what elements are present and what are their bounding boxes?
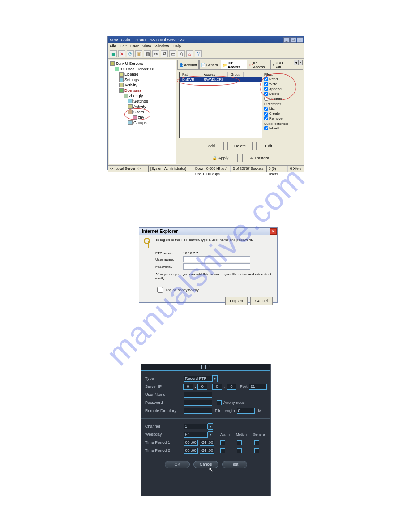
anonymous-label: Anonymous — [223, 400, 245, 405]
filelen-input[interactable]: 0 — [237, 408, 255, 414]
apply-button[interactable]: 🔒Apply — [203, 154, 238, 162]
tab-nav: ◂▸ — [294, 60, 303, 69]
password-input[interactable] — [183, 263, 250, 270]
tp1-end[interactable]: -24 :00 — [200, 440, 214, 446]
tp1-alarm-checkbox[interactable] — [220, 440, 225, 445]
tab-general-label: General — [206, 63, 218, 67]
weekday-label: Weekday — [145, 432, 182, 437]
tree-pane[interactable]: Serv-U Servers << Local Server >> Licens… — [109, 60, 176, 164]
toolbar-btn-5[interactable]: ▥ — [144, 50, 151, 57]
toolbar-btn-delete[interactable]: ✕ — [118, 50, 125, 57]
tp1-start[interactable]: 00 :00 — [184, 440, 198, 446]
dropdown-icon: ▾ — [208, 423, 213, 430]
tp2-start[interactable]: 00 :00 — [184, 448, 198, 454]
weekday-value: Fri — [184, 432, 208, 438]
close-button[interactable]: ✕ — [270, 228, 277, 235]
tp2-motion-checkbox[interactable] — [237, 448, 242, 453]
perm-inherit[interactable]: Inherit — [264, 126, 301, 131]
weekday-select[interactable]: Fri▾ — [184, 431, 213, 438]
ip-dot: . — [224, 384, 225, 389]
perm-create[interactable]: Create — [264, 111, 301, 116]
anon-row[interactable]: Log on anonymously — [155, 286, 273, 294]
tab-nav-right[interactable]: ▸ — [298, 60, 303, 65]
restore-label: Restore — [255, 156, 270, 160]
logon-button[interactable]: Log On — [225, 297, 248, 305]
toolbar-btn-1[interactable]: ◼ — [110, 50, 117, 57]
restore-button[interactable]: ↩Restore — [242, 154, 277, 162]
tree-activity[interactable]: Activity — [124, 82, 137, 88]
hdr-group[interactable]: Group — [228, 72, 244, 77]
toolbar-btn-copy[interactable]: ⧉ — [161, 50, 168, 57]
tp2-general-checkbox[interactable] — [254, 448, 259, 453]
tp1-general-checkbox[interactable] — [254, 440, 259, 445]
toolbar-btn-cut[interactable]: ✂ — [152, 50, 159, 57]
toolbar-btn-paste[interactable]: ▭ — [169, 50, 176, 57]
toolbar-btn-help[interactable]: ? — [195, 50, 202, 57]
tp2-end[interactable]: -24 :00 — [200, 448, 214, 454]
toolbar-btn-print[interactable]: ⎙ — [178, 50, 185, 57]
menu-edit[interactable]: Edit — [120, 44, 127, 48]
channel-select[interactable]: 1▾ — [184, 423, 213, 430]
ok-button[interactable]: OK — [165, 461, 190, 468]
type-select[interactable]: Record FTP▾ — [184, 375, 218, 382]
permissions-panel: Files: Read Write Append Delete Execute … — [264, 72, 301, 138]
tab-nav-left[interactable]: ◂ — [294, 60, 298, 65]
tree-settings[interactable]: Settings — [124, 77, 139, 82]
tab-account[interactable]: 👤Account — [177, 60, 199, 69]
close-button[interactable]: × — [297, 37, 303, 43]
tree-domains[interactable]: Domains — [124, 88, 141, 93]
menu-help[interactable]: Help — [172, 44, 181, 48]
username-input[interactable] — [184, 392, 212, 398]
perm-list[interactable]: List — [264, 106, 301, 111]
ip-seg-3[interactable]: 0 — [212, 384, 222, 390]
tab-general[interactable]: 📄General — [199, 60, 220, 69]
anon-label: Log on anonymously — [166, 288, 199, 292]
cancel-button[interactable]: Cancel — [250, 297, 273, 305]
cancel-button[interactable]: Cancel — [193, 461, 218, 468]
apply-label: Apply — [218, 156, 229, 160]
dialog-buttons: OK Cancel Test — [141, 461, 270, 468]
delete-button[interactable]: Delete — [227, 142, 253, 150]
annotation-circle-users — [124, 108, 150, 120]
tp1-motion-checkbox[interactable] — [237, 440, 242, 445]
ftp-server-value: 10.10.7.7 — [183, 251, 198, 255]
maximize-button[interactable]: □ — [290, 37, 296, 43]
tab-ipaccess[interactable]: IPIP Access — [248, 60, 270, 69]
divider — [141, 418, 270, 419]
remote-dir-input[interactable] — [184, 408, 212, 414]
ip-seg-2[interactable]: 0 — [197, 384, 207, 390]
menu-file[interactable]: File — [110, 44, 116, 48]
toolbar-btn-folder[interactable]: ▣ — [135, 50, 142, 57]
menu-user[interactable]: User — [130, 44, 139, 48]
tab-uldl[interactable]: ↕UL/DL Rati — [270, 60, 293, 69]
tab-diraccess[interactable]: 📁Dir Access — [221, 60, 247, 69]
dir-access-list[interactable]: Path Access Group D:\DVR RWADLCRI — [179, 72, 262, 138]
port-input[interactable]: 21 — [249, 384, 267, 390]
menu-view[interactable]: View — [142, 44, 151, 48]
tp2-alarm-checkbox[interactable] — [220, 448, 225, 453]
ip-seg-4[interactable]: 0 — [227, 384, 236, 390]
ie-login-dialog: Internet Explorer ✕ To log on to this FT… — [139, 227, 278, 303]
col-general: General — [253, 433, 265, 437]
test-button[interactable]: Test — [222, 461, 247, 468]
tab-row: 👤Account 📄General 📁Dir Access IPIP Acces… — [177, 60, 303, 70]
tree-localserver[interactable]: << Local Server >> — [120, 66, 154, 72]
edit-button[interactable]: Edit — [256, 142, 281, 150]
ip-seg-1[interactable]: 0 — [183, 384, 193, 390]
tree-d-settings[interactable]: Settings — [133, 99, 148, 104]
tab-ipaccess-label: IP Access — [253, 61, 269, 69]
anonymous-checkbox[interactable] — [217, 400, 222, 405]
toolbar-btn-home[interactable]: ⌂ — [186, 50, 193, 57]
password-input[interactable] — [184, 400, 212, 406]
anon-checkbox[interactable] — [157, 287, 163, 293]
toolbar-btn-refresh[interactable]: ⟳ — [127, 50, 134, 57]
tree-domain[interactable]: zhongfy — [129, 93, 143, 99]
tree-root[interactable]: Serv-U Servers — [116, 61, 143, 66]
perm-remove[interactable]: Remove — [264, 116, 301, 121]
username-input[interactable] — [183, 256, 250, 262]
tree-license[interactable]: License — [124, 72, 138, 77]
menu-window[interactable]: Window — [154, 44, 169, 48]
tree-d-groups[interactable]: Groups — [133, 120, 147, 125]
minimize-button[interactable]: _ — [283, 37, 290, 43]
add-button[interactable]: Add — [199, 142, 224, 150]
